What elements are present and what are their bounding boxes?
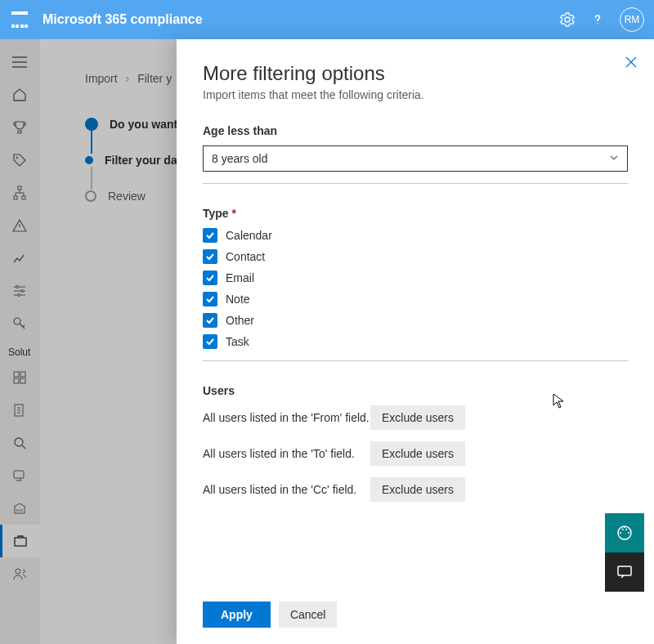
checkbox-contact[interactable]: Contact bbox=[203, 249, 628, 264]
apply-button[interactable]: Apply bbox=[203, 602, 271, 628]
users-cc-row: All users listed in the 'Cc' field. Excl… bbox=[203, 477, 628, 502]
filter-panel: More filtering options Import items that… bbox=[177, 39, 654, 644]
age-label: Age less than bbox=[203, 124, 628, 137]
users-label: Users bbox=[203, 384, 628, 397]
support-icon[interactable] bbox=[605, 513, 644, 552]
checkbox-icon[interactable] bbox=[203, 292, 217, 306]
checkbox-icon[interactable] bbox=[203, 228, 217, 243]
checkbox-other[interactable]: Other bbox=[203, 313, 628, 328]
checkbox-icon[interactable] bbox=[203, 249, 217, 264]
exclude-to-button[interactable]: Exclude users bbox=[370, 441, 465, 466]
users-from-row: All users listed in the 'From' field. Ex… bbox=[203, 405, 628, 430]
checkbox-note[interactable]: Note bbox=[203, 292, 628, 306]
help-icon[interactable] bbox=[590, 12, 605, 27]
exclude-cc-button[interactable]: Exclude users bbox=[370, 477, 465, 502]
settings-icon[interactable] bbox=[559, 11, 576, 28]
checkbox-email[interactable]: Email bbox=[203, 271, 628, 285]
type-label: Type * bbox=[203, 207, 628, 220]
chevron-down-icon bbox=[609, 152, 619, 165]
checkbox-icon[interactable] bbox=[203, 313, 217, 328]
users-to-row: All users listed in the 'To' field. Excl… bbox=[203, 441, 628, 466]
age-select[interactable]: 8 years old bbox=[203, 145, 628, 172]
panel-subtitle: Import items that meet the following cri… bbox=[203, 88, 628, 101]
floating-help bbox=[605, 513, 644, 592]
close-icon[interactable] bbox=[625, 56, 638, 71]
checkbox-icon[interactable] bbox=[203, 271, 217, 285]
checkbox-icon[interactable] bbox=[203, 334, 217, 349]
feedback-icon[interactable] bbox=[605, 552, 644, 592]
panel-title: More filtering options bbox=[203, 62, 628, 85]
cancel-button[interactable]: Cancel bbox=[279, 602, 338, 628]
age-select-value: 8 years old bbox=[212, 152, 267, 165]
app-title: Microsoft 365 compliance bbox=[43, 12, 559, 27]
checkbox-calendar[interactable]: Calendar bbox=[203, 228, 628, 243]
app-launcher-icon[interactable] bbox=[10, 10, 29, 29]
exclude-from-button[interactable]: Exclude users bbox=[370, 405, 465, 430]
checkbox-task[interactable]: Task bbox=[203, 334, 628, 349]
top-header: Microsoft 365 compliance RM bbox=[0, 0, 654, 39]
panel-footer: Apply Cancel bbox=[177, 588, 654, 644]
user-avatar[interactable]: RM bbox=[620, 7, 644, 32]
